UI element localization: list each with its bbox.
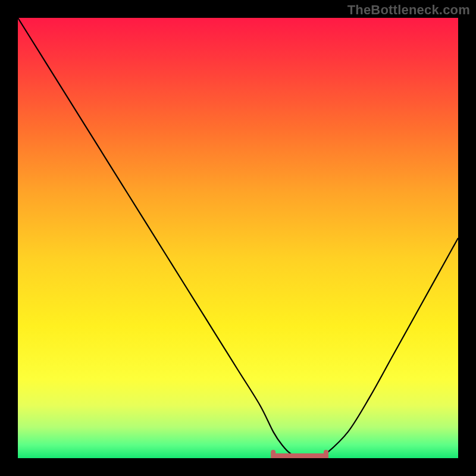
watermark-label: TheBottleneck.com bbox=[347, 2, 470, 18]
curve-layer bbox=[18, 18, 458, 458]
chart-frame: TheBottleneck.com bbox=[0, 0, 476, 476]
plot-area bbox=[18, 18, 458, 458]
bottleneck-curve bbox=[18, 18, 458, 458]
optimal-range-marker bbox=[273, 452, 326, 456]
